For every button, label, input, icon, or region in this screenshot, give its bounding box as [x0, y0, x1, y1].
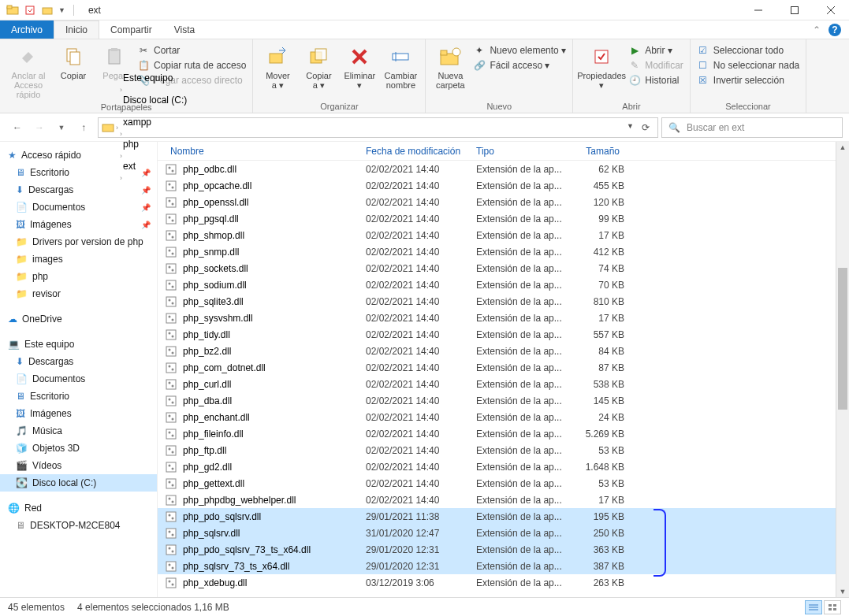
sidebar-quick-access[interactable]: ★Acceso rápido: [0, 147, 157, 164]
view-details-button[interactable]: [805, 600, 822, 614]
breadcrumb-item[interactable]: Disco local (C:): [120, 95, 190, 106]
copy-path-button[interactable]: 📋Copiar ruta de acceso: [137, 59, 246, 72]
sidebar-desktop-pc[interactable]: 🖥DESKTOP-M2CE804: [0, 517, 157, 534]
sidebar-red[interactable]: 🌐Red: [0, 499, 157, 517]
file-row[interactable]: php_pdo_sqlsrv_73_ts_x64.dll29/01/2020 1…: [158, 541, 836, 558]
file-row[interactable]: php_sqlsrv_73_ts_x64.dll29/01/2020 12:31…: [158, 558, 836, 574]
file-row[interactable]: php_dba.dll02/02/2021 14:40Extensión de …: [158, 392, 836, 409]
cut-button[interactable]: ✂Cortar: [137, 44, 246, 57]
view-icons-button[interactable]: [824, 600, 841, 614]
minimize-button[interactable]: [740, 0, 776, 20]
file-row[interactable]: php_sodium.dll02/02/2021 14:40Extensión …: [158, 276, 836, 293]
ribbon-collapse-icon[interactable]: ⌃: [813, 24, 821, 35]
sidebar-php-folder[interactable]: 📁php: [0, 268, 157, 285]
scrollbar-thumb[interactable]: [838, 268, 847, 410]
sidebar-imagenes2[interactable]: 🖼Imágenes: [0, 405, 157, 422]
file-row[interactable]: php_fileinfo.dll02/02/2021 14:40Extensió…: [158, 425, 836, 442]
file-row[interactable]: php_pgsql.dll02/02/2021 14:40Extensión d…: [158, 210, 836, 227]
file-row[interactable]: php_xdebug.dll03/12/2019 3:06Extensión d…: [158, 574, 836, 591]
col-name[interactable]: Nombre: [166, 146, 361, 157]
file-row[interactable]: php_gd2.dll02/02/2021 14:40Extensión de …: [158, 458, 836, 475]
file-row[interactable]: php_tidy.dll02/02/2021 14:40Extensión de…: [158, 326, 836, 343]
file-row[interactable]: php_gettext.dll02/02/2021 14:40Extensión…: [158, 475, 836, 492]
address-dropdown[interactable]: ▼: [627, 122, 634, 133]
easy-access-button[interactable]: 🔗Fácil acceso ▾: [473, 59, 566, 72]
file-row[interactable]: php_sqlsrv.dll31/01/2020 12:47Extensión …: [158, 525, 836, 541]
new-folder-button[interactable]: Nuevacarpeta: [432, 43, 468, 91]
open-button[interactable]: ▶Abrir ▾: [628, 44, 683, 57]
sidebar-descargas[interactable]: ⬇Descargas📌: [0, 181, 157, 199]
file-row[interactable]: php_ftp.dll02/02/2021 14:40Extensión de …: [158, 442, 836, 458]
sidebar-documentos[interactable]: 📄Documentos📌: [0, 199, 157, 216]
maximize-button[interactable]: [776, 0, 813, 20]
tab-inicio[interactable]: Inicio: [54, 20, 99, 39]
new-item-button[interactable]: ✦Nuevo elemento ▾: [473, 44, 566, 57]
col-type[interactable]: Tipo: [471, 146, 566, 157]
file-row[interactable]: php_enchant.dll02/02/2021 14:40Extensión…: [158, 409, 836, 425]
sidebar-imagenes[interactable]: 🖼Imágenes📌: [0, 216, 157, 233]
sidebar-escritorio2[interactable]: 🖥Escritorio: [0, 388, 157, 405]
copy-to-button[interactable]: Copiara ▾: [300, 43, 337, 91]
recent-dropdown[interactable]: ▼: [55, 121, 68, 134]
file-row[interactable]: php_bz2.dll02/02/2021 14:40Extensión de …: [158, 343, 836, 359]
file-row[interactable]: php_openssl.dll02/02/2021 14:40Extensión…: [158, 194, 836, 210]
file-row[interactable]: php_opcache.dll02/02/2021 14:40Extensión…: [158, 177, 836, 194]
up-button[interactable]: ↑: [77, 121, 90, 134]
file-row[interactable]: php_sockets.dll02/02/2021 14:40Extensión…: [158, 260, 836, 276]
forward-button[interactable]: →: [33, 121, 46, 134]
tab-compartir[interactable]: Compartir: [99, 20, 163, 39]
sidebar-videos[interactable]: 🎬Vídeos: [0, 457, 157, 474]
file-row[interactable]: php_sysvshm.dll02/02/2021 14:40Extensión…: [158, 310, 836, 326]
close-button[interactable]: [813, 0, 849, 20]
qat-properties-icon[interactable]: [24, 4, 36, 17]
sidebar-disco-local[interactable]: 💽Disco local (C:): [0, 474, 157, 492]
sidebar-objetos3d[interactable]: 🧊Objetos 3D: [0, 440, 157, 457]
move-to-button[interactable]: Movera ▾: [259, 43, 296, 91]
sidebar-images-folder[interactable]: 📁images: [0, 250, 157, 268]
select-all-button[interactable]: ☑Seleccionar todo: [697, 44, 799, 57]
invert-selection-button[interactable]: ☒Invertir selección: [697, 74, 799, 87]
file-row[interactable]: php_pdo_sqlsrv.dll29/01/2021 11:38Extens…: [158, 508, 836, 525]
sidebar-este-equipo[interactable]: 💻Este equipo: [0, 336, 157, 353]
sidebar[interactable]: ★Acceso rápido 🖥Escritorio📌 ⬇Descargas📌 …: [0, 142, 158, 597]
breadcrumb-item[interactable]: xampp: [120, 117, 190, 128]
help-icon[interactable]: ?: [829, 24, 841, 36]
tab-vista[interactable]: Vista: [163, 20, 206, 39]
rename-button[interactable]: Cambiarnombre: [382, 43, 419, 91]
copy-button[interactable]: Copiar: [55, 43, 91, 82]
history-button[interactable]: 🕘Historial: [628, 74, 683, 87]
sidebar-drivers[interactable]: 📁Drivers por version de php: [0, 233, 157, 250]
col-size[interactable]: Tamaño: [566, 146, 624, 157]
file-row[interactable]: php_sqlite3.dll02/02/2021 14:40Extensión…: [158, 293, 836, 310]
select-none-button[interactable]: ☐No seleccionar nada: [697, 59, 799, 72]
qat-dropdown[interactable]: ▼: [58, 6, 65, 14]
properties-button[interactable]: Propiedades▾: [579, 43, 624, 91]
qat-newfolder-icon[interactable]: [41, 4, 54, 17]
file-row[interactable]: php_shmop.dll02/02/2021 14:40Extensión d…: [158, 227, 836, 243]
address-bar[interactable]: › Este equipo›Disco local (C:)›xampp›php…: [98, 117, 658, 138]
sidebar-escritorio[interactable]: 🖥Escritorio📌: [0, 164, 157, 181]
refresh-button[interactable]: ⟳: [642, 122, 650, 133]
col-date[interactable]: Fecha de modificación: [361, 146, 471, 157]
file-row[interactable]: php_curl.dll02/02/2021 14:40Extensión de…: [158, 376, 836, 392]
dll-file-icon: [166, 213, 178, 225]
column-headers[interactable]: Nombre Fecha de modificación Tipo Tamaño: [158, 142, 836, 161]
sidebar-musica[interactable]: 🎵Música: [0, 422, 157, 440]
file-row[interactable]: php_snmp.dll02/02/2021 14:40Extensión de…: [158, 243, 836, 260]
search-input[interactable]: 🔍 Buscar en ext: [661, 117, 843, 138]
pin-quickaccess-button[interactable]: Anclar alAcceso rápido: [6, 43, 50, 101]
sidebar-descargas2[interactable]: ⬇Descargas: [0, 353, 157, 370]
videos-icon: 🎬: [16, 460, 28, 471]
delete-button[interactable]: Eliminar▾: [341, 43, 378, 91]
file-row[interactable]: php_odbc.dll02/02/2021 14:40Extensión de…: [158, 161, 836, 177]
file-row[interactable]: php_com_dotnet.dll02/02/2021 14:40Extens…: [158, 359, 836, 376]
modify-button[interactable]: ✎Modificar: [628, 59, 683, 72]
back-button[interactable]: ←: [11, 121, 24, 134]
vertical-scrollbar[interactable]: ▲ ▼: [836, 142, 849, 597]
breadcrumb-item[interactable]: Este equipo: [120, 72, 190, 83]
sidebar-onedrive[interactable]: ☁OneDrive: [0, 310, 157, 328]
sidebar-documentos2[interactable]: 📄Documentos: [0, 370, 157, 388]
sidebar-revisor[interactable]: 📁revisor: [0, 285, 157, 302]
tab-archivo[interactable]: Archivo: [0, 20, 54, 39]
file-row[interactable]: php_phpdbg_webhelper.dll02/02/2021 14:40…: [158, 492, 836, 508]
